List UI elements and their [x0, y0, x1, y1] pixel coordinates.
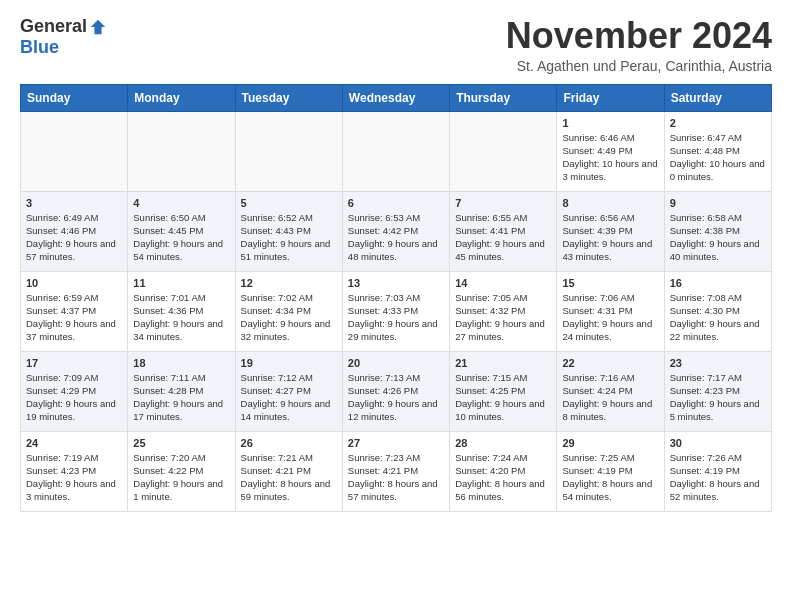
weekday-header: Saturday — [664, 84, 771, 111]
day-number: 11 — [133, 277, 229, 289]
day-info: Sunrise: 7:05 AMSunset: 4:32 PMDaylight:… — [455, 291, 551, 344]
weekday-header: Sunday — [21, 84, 128, 111]
day-number: 26 — [241, 437, 337, 449]
day-number: 20 — [348, 357, 444, 369]
day-number: 27 — [348, 437, 444, 449]
day-number: 15 — [562, 277, 658, 289]
day-info: Sunrise: 7:20 AMSunset: 4:22 PMDaylight:… — [133, 451, 229, 504]
day-info: Sunrise: 6:58 AMSunset: 4:38 PMDaylight:… — [670, 211, 766, 264]
day-number: 23 — [670, 357, 766, 369]
day-number: 18 — [133, 357, 229, 369]
weekday-header: Wednesday — [342, 84, 449, 111]
calendar-day-cell — [21, 111, 128, 191]
calendar-day-cell: 6 Sunrise: 6:53 AMSunset: 4:42 PMDayligh… — [342, 191, 449, 271]
day-info: Sunrise: 7:08 AMSunset: 4:30 PMDaylight:… — [670, 291, 766, 344]
title-block: November 2024 St. Agathen und Perau, Car… — [506, 16, 772, 74]
day-info: Sunrise: 6:59 AMSunset: 4:37 PMDaylight:… — [26, 291, 122, 344]
weekday-header: Friday — [557, 84, 664, 111]
day-info: Sunrise: 7:16 AMSunset: 4:24 PMDaylight:… — [562, 371, 658, 424]
day-info: Sunrise: 7:06 AMSunset: 4:31 PMDaylight:… — [562, 291, 658, 344]
calendar-day-cell — [450, 111, 557, 191]
logo: General Blue — [20, 16, 107, 58]
calendar-day-cell — [235, 111, 342, 191]
day-number: 25 — [133, 437, 229, 449]
calendar-week-row: 10 Sunrise: 6:59 AMSunset: 4:37 PMDaylig… — [21, 271, 772, 351]
month-title: November 2024 — [506, 16, 772, 56]
day-info: Sunrise: 6:49 AMSunset: 4:46 PMDaylight:… — [26, 211, 122, 264]
day-info: Sunrise: 7:25 AMSunset: 4:19 PMDaylight:… — [562, 451, 658, 504]
day-info: Sunrise: 7:15 AMSunset: 4:25 PMDaylight:… — [455, 371, 551, 424]
calendar-day-cell: 16 Sunrise: 7:08 AMSunset: 4:30 PMDaylig… — [664, 271, 771, 351]
calendar-day-cell: 19 Sunrise: 7:12 AMSunset: 4:27 PMDaylig… — [235, 351, 342, 431]
day-number: 1 — [562, 117, 658, 129]
day-number: 17 — [26, 357, 122, 369]
weekday-header: Tuesday — [235, 84, 342, 111]
day-number: 5 — [241, 197, 337, 209]
calendar-day-cell: 22 Sunrise: 7:16 AMSunset: 4:24 PMDaylig… — [557, 351, 664, 431]
calendar-day-cell: 9 Sunrise: 6:58 AMSunset: 4:38 PMDayligh… — [664, 191, 771, 271]
day-info: Sunrise: 7:11 AMSunset: 4:28 PMDaylight:… — [133, 371, 229, 424]
page-header: General Blue November 2024 St. Agathen u… — [20, 16, 772, 74]
day-number: 29 — [562, 437, 658, 449]
day-number: 4 — [133, 197, 229, 209]
calendar-day-cell: 28 Sunrise: 7:24 AMSunset: 4:20 PMDaylig… — [450, 431, 557, 511]
day-number: 30 — [670, 437, 766, 449]
day-info: Sunrise: 6:52 AMSunset: 4:43 PMDaylight:… — [241, 211, 337, 264]
calendar-day-cell: 14 Sunrise: 7:05 AMSunset: 4:32 PMDaylig… — [450, 271, 557, 351]
calendar-day-cell: 23 Sunrise: 7:17 AMSunset: 4:23 PMDaylig… — [664, 351, 771, 431]
calendar-day-cell: 15 Sunrise: 7:06 AMSunset: 4:31 PMDaylig… — [557, 271, 664, 351]
calendar-day-cell: 18 Sunrise: 7:11 AMSunset: 4:28 PMDaylig… — [128, 351, 235, 431]
day-info: Sunrise: 7:26 AMSunset: 4:19 PMDaylight:… — [670, 451, 766, 504]
calendar-day-cell: 29 Sunrise: 7:25 AMSunset: 4:19 PMDaylig… — [557, 431, 664, 511]
calendar-day-cell: 2 Sunrise: 6:47 AMSunset: 4:48 PMDayligh… — [664, 111, 771, 191]
calendar-day-cell: 5 Sunrise: 6:52 AMSunset: 4:43 PMDayligh… — [235, 191, 342, 271]
day-info: Sunrise: 6:53 AMSunset: 4:42 PMDaylight:… — [348, 211, 444, 264]
calendar-day-cell: 8 Sunrise: 6:56 AMSunset: 4:39 PMDayligh… — [557, 191, 664, 271]
calendar-day-cell: 17 Sunrise: 7:09 AMSunset: 4:29 PMDaylig… — [21, 351, 128, 431]
calendar-day-cell: 21 Sunrise: 7:15 AMSunset: 4:25 PMDaylig… — [450, 351, 557, 431]
calendar-day-cell — [342, 111, 449, 191]
day-info: Sunrise: 7:19 AMSunset: 4:23 PMDaylight:… — [26, 451, 122, 504]
weekday-header: Thursday — [450, 84, 557, 111]
day-number: 2 — [670, 117, 766, 129]
day-number: 19 — [241, 357, 337, 369]
day-number: 9 — [670, 197, 766, 209]
calendar-day-cell: 3 Sunrise: 6:49 AMSunset: 4:46 PMDayligh… — [21, 191, 128, 271]
day-info: Sunrise: 7:02 AMSunset: 4:34 PMDaylight:… — [241, 291, 337, 344]
calendar-header-row: SundayMondayTuesdayWednesdayThursdayFrid… — [21, 84, 772, 111]
calendar-day-cell: 13 Sunrise: 7:03 AMSunset: 4:33 PMDaylig… — [342, 271, 449, 351]
calendar-day-cell: 10 Sunrise: 6:59 AMSunset: 4:37 PMDaylig… — [21, 271, 128, 351]
day-info: Sunrise: 6:55 AMSunset: 4:41 PMDaylight:… — [455, 211, 551, 264]
calendar-day-cell: 27 Sunrise: 7:23 AMSunset: 4:21 PMDaylig… — [342, 431, 449, 511]
day-info: Sunrise: 7:12 AMSunset: 4:27 PMDaylight:… — [241, 371, 337, 424]
day-number: 12 — [241, 277, 337, 289]
weekday-header: Monday — [128, 84, 235, 111]
logo-general: General — [20, 16, 87, 37]
day-number: 28 — [455, 437, 551, 449]
day-info: Sunrise: 6:46 AMSunset: 4:49 PMDaylight:… — [562, 131, 658, 184]
day-info: Sunrise: 7:01 AMSunset: 4:36 PMDaylight:… — [133, 291, 229, 344]
day-info: Sunrise: 6:56 AMSunset: 4:39 PMDaylight:… — [562, 211, 658, 264]
day-number: 7 — [455, 197, 551, 209]
calendar-day-cell: 30 Sunrise: 7:26 AMSunset: 4:19 PMDaylig… — [664, 431, 771, 511]
calendar-day-cell: 1 Sunrise: 6:46 AMSunset: 4:49 PMDayligh… — [557, 111, 664, 191]
calendar-day-cell: 7 Sunrise: 6:55 AMSunset: 4:41 PMDayligh… — [450, 191, 557, 271]
calendar-day-cell: 25 Sunrise: 7:20 AMSunset: 4:22 PMDaylig… — [128, 431, 235, 511]
calendar-day-cell: 12 Sunrise: 7:02 AMSunset: 4:34 PMDaylig… — [235, 271, 342, 351]
day-number: 16 — [670, 277, 766, 289]
calendar-day-cell: 26 Sunrise: 7:21 AMSunset: 4:21 PMDaylig… — [235, 431, 342, 511]
day-number: 22 — [562, 357, 658, 369]
day-info: Sunrise: 7:21 AMSunset: 4:21 PMDaylight:… — [241, 451, 337, 504]
day-info: Sunrise: 7:03 AMSunset: 4:33 PMDaylight:… — [348, 291, 444, 344]
calendar-table: SundayMondayTuesdayWednesdayThursdayFrid… — [20, 84, 772, 512]
calendar-day-cell: 11 Sunrise: 7:01 AMSunset: 4:36 PMDaylig… — [128, 271, 235, 351]
day-number: 6 — [348, 197, 444, 209]
calendar-week-row: 17 Sunrise: 7:09 AMSunset: 4:29 PMDaylig… — [21, 351, 772, 431]
day-number: 8 — [562, 197, 658, 209]
calendar-day-cell: 20 Sunrise: 7:13 AMSunset: 4:26 PMDaylig… — [342, 351, 449, 431]
day-number: 10 — [26, 277, 122, 289]
calendar-day-cell — [128, 111, 235, 191]
calendar-week-row: 1 Sunrise: 6:46 AMSunset: 4:49 PMDayligh… — [21, 111, 772, 191]
day-number: 21 — [455, 357, 551, 369]
day-number: 14 — [455, 277, 551, 289]
